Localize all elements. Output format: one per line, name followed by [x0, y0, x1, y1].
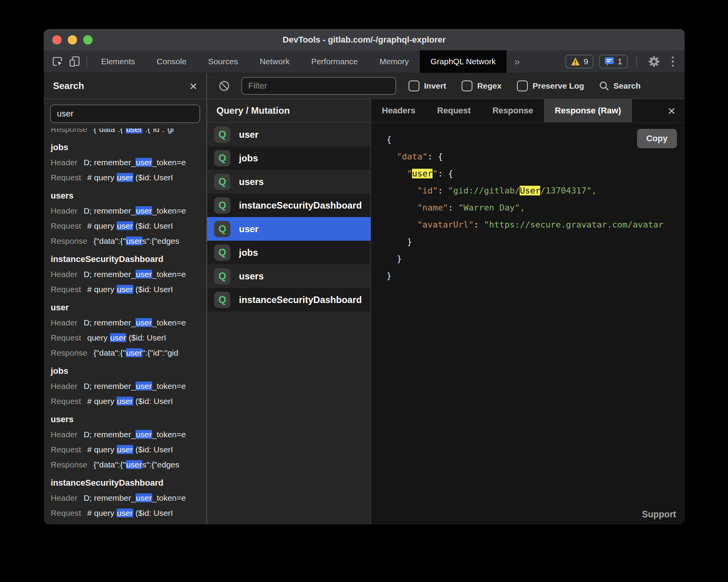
result-line-value: D; remember_user_token=e [84, 382, 186, 390]
query-item-user[interactable]: Quser [207, 217, 371, 241]
device-toolbar-icon[interactable] [66, 53, 83, 70]
result-text: {"data":{" [94, 128, 126, 134]
checkbox-box-preserve-log[interactable] [517, 80, 528, 91]
settings-gear-icon[interactable] [646, 53, 663, 70]
more-tabs-button[interactable]: » [507, 56, 527, 68]
search-result-group-title[interactable]: jobs [44, 140, 206, 155]
detail-tab-response[interactable]: Response [482, 99, 544, 122]
search-result-line[interactable]: HeaderD; remember_user_token=e [44, 267, 206, 282]
query-item-label: user [239, 129, 259, 140]
search-result-group-title[interactable]: user [44, 300, 206, 315]
search-result-line[interactable]: HeaderD; remember_user_token=e [44, 427, 206, 442]
query-item-user[interactable]: Quser [207, 123, 371, 146]
tab-network[interactable]: Network [249, 50, 300, 73]
search-result-line[interactable]: Request# query user ($id: UserI [44, 282, 206, 297]
search-result-group-title[interactable]: jobs [44, 363, 206, 378]
detail-tab-headers[interactable]: Headers [371, 99, 426, 122]
search-result-line[interactable]: Request# query user ($id: UserI [44, 442, 206, 457]
more-options-icon[interactable] [668, 56, 678, 67]
search-result-group-title[interactable]: instanceSecurityDashboard [44, 252, 206, 267]
search-result-line[interactable]: Request# query user ($id: UserI [44, 394, 206, 409]
search-result-group-title[interactable]: users [44, 188, 206, 203]
close-detail-icon[interactable]: × [668, 104, 685, 117]
checkbox-invert[interactable]: Invert [409, 80, 446, 91]
checkbox-box-invert[interactable] [409, 80, 419, 91]
detail-tab-response-raw[interactable]: Response (Raw) [544, 99, 632, 122]
query-item-jobs[interactable]: Qjobs [207, 146, 371, 170]
query-list-header: Query / Mutation [207, 99, 371, 123]
json-match-highlight: user [412, 169, 433, 178]
tab-memory[interactable]: Memory [369, 50, 420, 73]
copy-button[interactable]: Copy [637, 129, 677, 148]
json-token: "gid://gitlab/ [448, 186, 520, 195]
tab-graphql-network[interactable]: GraphQL Network [420, 50, 507, 73]
toolbar-divider [636, 56, 637, 67]
search-result-line[interactable]: Response{"data":{"users":{"edges [44, 457, 206, 472]
tab-sources[interactable]: Sources [197, 50, 249, 73]
result-line-value: # query user ($id: UserI [87, 445, 173, 454]
query-item-instancesecuritydashboard[interactable]: QinstanceSecurityDashboard [207, 288, 371, 312]
search-result-line[interactable]: HeaderD; remember_user_token=e [44, 378, 206, 394]
search-toggle[interactable]: Search [599, 80, 640, 91]
result-line-label: Header [51, 430, 77, 439]
warnings-badge[interactable]: 9 [565, 55, 594, 68]
json-token [386, 152, 397, 161]
filter-checkboxes: InvertRegexPreserve Log [409, 80, 584, 91]
search-match-highlight: user [136, 382, 152, 390]
checkbox-preserve-log[interactable]: Preserve Log [517, 80, 584, 91]
search-result-line[interactable]: HeaderD; remember_user_token=e [44, 203, 206, 218]
json-token: { [448, 169, 453, 178]
toolbar-divider [86, 56, 87, 67]
search-result-line[interactable]: Request# query user ($id: UserI [44, 218, 206, 233]
search-match-highlight: user [126, 348, 143, 357]
search-result-group-title[interactable]: users [44, 412, 206, 427]
search-result-line[interactable]: Response{"data":{"user":{"id":"gi [44, 128, 206, 137]
close-search-icon[interactable]: × [189, 79, 197, 92]
search-result-line[interactable]: Requestquery user ($id: UserI [44, 330, 206, 345]
message-bubble-icon [604, 57, 614, 66]
result-line-value: {"data":{"user":{"id":"gid [94, 348, 179, 357]
json-token: "id" [417, 186, 438, 195]
clear-filter-icon[interactable] [216, 77, 233, 94]
tab-console[interactable]: Console [146, 50, 197, 73]
result-text: s":{"edges [143, 460, 179, 469]
result-text: _token=e [152, 158, 186, 167]
result-text: {"data":{" [94, 348, 126, 357]
result-text: {"data":{" [94, 236, 126, 245]
search-result-line[interactable]: HeaderD; remember_user_token=e [44, 315, 206, 330]
query-type-badge: Q [214, 150, 230, 166]
result-text: _token=e [152, 382, 186, 390]
search-result-group-title[interactable]: instanceSecurityDashboard [44, 475, 206, 490]
search-input[interactable] [50, 104, 200, 123]
search-result-line[interactable]: Request# query user ($id: UserI [44, 170, 206, 185]
search-match-highlight: user [117, 508, 133, 517]
json-content: { "data": { "user": { "id": "gid://gitla… [386, 131, 685, 284]
tab-elements[interactable]: Elements [90, 50, 146, 73]
search-result-line[interactable]: Response{"data":{"users":{"edges [44, 233, 206, 248]
tab-performance[interactable]: Performance [300, 50, 369, 73]
result-line-label: Request [51, 173, 81, 182]
support-link[interactable]: Support [642, 509, 676, 520]
issues-badge[interactable]: 1 [599, 55, 628, 68]
checkbox-box-regex[interactable] [462, 80, 472, 91]
checkbox-regex[interactable]: Regex [462, 80, 501, 91]
result-line-value: {"data":{"users":{"edges [94, 236, 179, 245]
search-result-line[interactable]: Response{"data":{"user":{"id":"gid [44, 345, 206, 360]
query-item-users[interactable]: Qusers [207, 264, 371, 288]
json-token: : [428, 152, 438, 161]
result-line-label: Request [51, 445, 81, 454]
query-item-instancesecuritydashboard[interactable]: QinstanceSecurityDashboard [207, 193, 371, 217]
query-item-jobs[interactable]: Qjobs [207, 241, 371, 264]
inspect-element-icon[interactable] [49, 53, 66, 70]
search-result-line[interactable]: HeaderD; remember_user_token=e [44, 490, 206, 505]
search-result-line[interactable]: Request# query user ($id: UserI [44, 505, 206, 520]
search-results: Response{"data":{"user":{"id":"gijobsHea… [44, 128, 206, 524]
search-result-line[interactable]: HeaderD; remember_user_token=e [44, 155, 206, 170]
filter-input[interactable] [241, 77, 396, 95]
result-text: # query [87, 397, 117, 406]
query-item-users[interactable]: Qusers [207, 170, 371, 193]
result-text: ($id: UserI [133, 397, 173, 406]
title-bar: DevTools - gitlab.com/-/graphql-explorer [44, 29, 685, 50]
detail-tab-request[interactable]: Request [426, 99, 482, 122]
query-type-badge: Q [214, 221, 230, 237]
